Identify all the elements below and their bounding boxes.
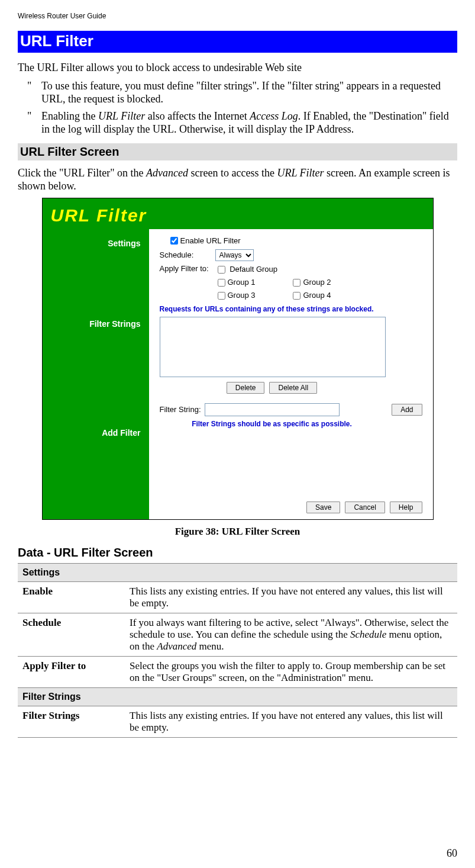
page-number: 60	[447, 847, 457, 860]
page-header: Wireless Router User Guide	[18, 12, 457, 20]
side-label-add: Add Filter	[43, 428, 149, 438]
default-group-checkbox[interactable]	[218, 266, 225, 274]
filter-note: Requests for URLs containing any of thes…	[160, 305, 422, 313]
table-section-filter: Filter Strings	[18, 687, 457, 706]
addfilter-note: Filter Strings should be as specific as …	[160, 420, 384, 428]
group3-label: Group 3	[228, 290, 256, 299]
help-button[interactable]: Help	[390, 501, 422, 513]
group1-label: Group 1	[228, 277, 256, 286]
filter-listbox[interactable]	[160, 317, 386, 377]
figure-caption: Figure 38: URL Filter Screen	[18, 526, 457, 538]
bullet-italic: Access Log	[250, 110, 298, 122]
text: screen to access the	[188, 167, 277, 179]
text: Click the "URL Filter" on the	[18, 167, 146, 179]
table-row: Apply Filter to Select the groups you wi…	[18, 656, 457, 687]
filter-string-input[interactable]	[205, 403, 340, 416]
bullet-italic: URL Filter	[98, 110, 145, 122]
table-row: Enable This lists any existing entries. …	[18, 581, 457, 613]
italic: Advanced	[146, 167, 188, 179]
bullet-item: To use this feature, you must define "fi…	[41, 79, 457, 106]
subsection-title: URL Filter Screen	[18, 143, 457, 160]
filter-string-label: Filter String:	[160, 405, 201, 414]
side-label-filter: Filter Strings	[43, 319, 149, 329]
section-title: URL Filter	[18, 31, 457, 53]
bullet-text: To use this feature, you must define "fi…	[41, 80, 441, 105]
screenshot-title: URL Filter	[43, 198, 149, 234]
group3-checkbox[interactable]	[218, 292, 225, 300]
bullet-list: To use this feature, you must define "fi…	[18, 79, 457, 136]
enable-url-filter-label: Enable URL Filter	[180, 236, 241, 245]
bullet-text: also affects the Internet	[145, 110, 250, 122]
row-label: Enable	[18, 581, 125, 613]
screenshot-main: Enable URL Filter Schedule: Always Apply…	[149, 229, 433, 497]
group1-checkbox[interactable]	[218, 279, 225, 287]
table-section-settings: Settings	[18, 563, 457, 581]
delete-button[interactable]: Delete	[227, 382, 265, 394]
group4-label: Group 4	[303, 290, 331, 299]
url-filter-screenshot: URL Filter Settings Filter Strings Add F…	[42, 198, 434, 520]
data-table: Settings Enable This lists any existing …	[18, 563, 457, 738]
group2-checkbox[interactable]	[293, 279, 300, 287]
bullet-item: Enabling the URL Filter also affects the…	[41, 110, 457, 136]
add-button[interactable]: Add	[392, 404, 422, 416]
bullet-text: Enabling the	[41, 110, 98, 122]
applyto-label: Apply Filter to:	[160, 264, 215, 273]
table-row: Filter Strings This lists any existing e…	[18, 706, 457, 737]
row-label: Apply Filter to	[18, 656, 125, 687]
group2-label: Group 2	[303, 277, 331, 286]
table-row: Schedule If you always want filtering to…	[18, 613, 457, 656]
group4-checkbox[interactable]	[293, 292, 300, 300]
save-button[interactable]: Save	[306, 501, 340, 513]
text: menu.	[196, 641, 224, 652]
italic: URL Filter	[277, 167, 324, 179]
subsection-paragraph: Click the "URL Filter" on the Advanced s…	[18, 166, 457, 193]
enable-url-filter-checkbox[interactable]	[170, 237, 178, 245]
data-heading: Data - URL Filter Screen	[18, 546, 457, 560]
row-desc: Select the groups you wish the filter to…	[125, 656, 457, 687]
delete-all-button[interactable]: Delete All	[269, 382, 317, 394]
row-desc: This lists any existing entries. If you …	[125, 581, 457, 613]
default-group-label: Default Group	[230, 264, 277, 273]
screenshot-bottom-buttons: Save Cancel Help	[149, 497, 433, 519]
row-label: Filter Strings	[18, 706, 125, 737]
intro-paragraph: The URL Filter allows you to block acces…	[18, 61, 457, 75]
schedule-select[interactable]: Always	[215, 249, 254, 261]
row-desc: If you always want filtering to be activ…	[125, 613, 457, 656]
row-desc: This lists any existing entries. If you …	[125, 706, 457, 737]
schedule-label: Schedule:	[160, 250, 215, 259]
italic: Schedule	[350, 629, 386, 640]
row-label: Schedule	[18, 613, 125, 656]
cancel-button[interactable]: Cancel	[345, 501, 384, 513]
screenshot-sidebar: URL Filter Settings Filter Strings Add F…	[43, 198, 149, 519]
italic: Advanced	[157, 641, 196, 652]
side-label-settings: Settings	[43, 239, 149, 248]
